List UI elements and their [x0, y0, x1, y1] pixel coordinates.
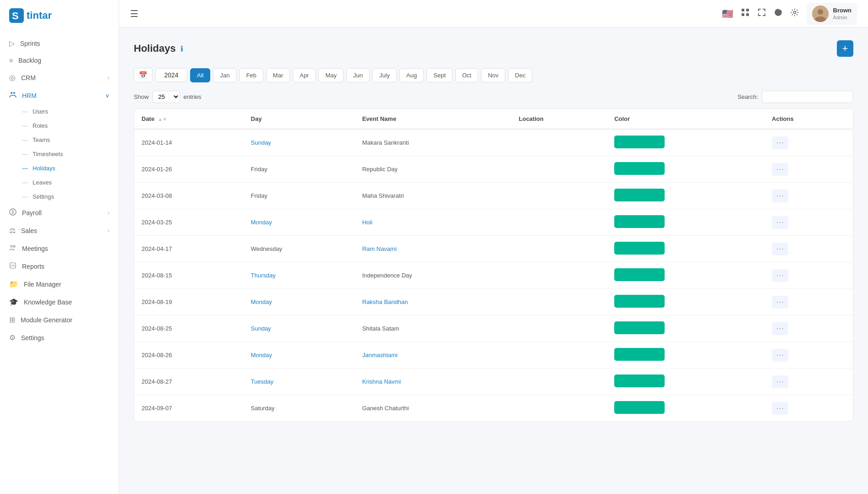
month-btn-dec[interactable]: Dec [508, 68, 532, 82]
row-actions-button[interactable]: ··· [772, 349, 788, 362]
table-body: 2024-01-14SundayMakara Sankranti···2024-… [134, 129, 853, 421]
sidebar-label-sales: Sales [21, 227, 108, 234]
row-actions-button[interactable]: ··· [772, 375, 788, 388]
cell-color [607, 209, 764, 236]
svg-text:S: S [12, 10, 19, 22]
sidebar-item-teams[interactable]: — Teams [0, 133, 119, 147]
sidebar-label-holidays: Holidays [33, 165, 55, 172]
sidebar-item-users[interactable]: — Users [0, 104, 119, 119]
sidebar-item-file-manager[interactable]: 📁 File Manager [0, 275, 119, 293]
roles-dash: — [22, 122, 28, 129]
sidebar-label-users: Users [33, 108, 48, 115]
svg-point-7 [13, 245, 15, 247]
col-event-name[interactable]: Event Name [355, 109, 512, 129]
month-btn-may[interactable]: May [318, 68, 344, 82]
sidebar-item-crm[interactable]: ◎ CRM › [0, 69, 119, 87]
row-actions-button[interactable]: ··· [772, 243, 788, 255]
sidebar-item-timesheets[interactable]: — Timesheets [0, 147, 119, 161]
table-row: 2024-08-25SundayShitala Satam··· [134, 315, 853, 342]
table-row: 2024-09-07SaturdayGanesh Chaturthi··· [134, 395, 853, 422]
sidebar-item-reports[interactable]: Reports [0, 257, 119, 275]
sidebar-item-leaves[interactable]: — Leaves [0, 175, 119, 190]
sidebar-item-holidays[interactable]: — Holidays [0, 161, 119, 175]
actions-col-label: Actions [772, 115, 794, 122]
month-btn-mar[interactable]: Mar [266, 68, 290, 82]
cell-event-name: Independence Day [355, 262, 512, 289]
hamburger-button[interactable]: ☰ [130, 8, 138, 19]
grid-icon[interactable] [741, 8, 750, 19]
cell-day: Friday [244, 183, 355, 209]
sidebar-item-hrm[interactable]: HRM ∨ [0, 87, 119, 104]
month-btn-jan[interactable]: Jan [213, 68, 236, 82]
sidebar-item-module-generator[interactable]: ⊞ Module Generator [0, 311, 119, 329]
svg-point-15 [818, 9, 823, 15]
row-actions-button[interactable]: ··· [772, 322, 788, 335]
entries-select[interactable]: 25 10 50 100 [153, 91, 180, 103]
sidebar-item-payroll[interactable]: $ Payroll › [0, 204, 119, 222]
avatar-image [812, 5, 829, 22]
settings-header-icon[interactable] [790, 8, 799, 19]
language-flag-icon[interactable]: 🇺🇸 [722, 8, 733, 19]
row-actions-button[interactable]: ··· [772, 136, 788, 149]
sidebar-item-backlog[interactable]: ≡ Backlog [0, 52, 119, 69]
user-profile-area[interactable]: Brown Admin [807, 3, 857, 25]
month-btn-sept[interactable]: Sept [426, 68, 453, 82]
color-badge [614, 242, 665, 255]
add-holiday-button[interactable]: + [837, 40, 853, 57]
month-btn-oct[interactable]: Oct [455, 68, 478, 82]
month-btn-apr[interactable]: Apr [293, 68, 316, 82]
knowledge-base-icon: 🎓 [9, 298, 18, 306]
user-avatar [812, 5, 829, 22]
sidebar-item-meetings[interactable]: Meetings [0, 239, 119, 257]
sidebar-label-backlog: Backlog [18, 57, 109, 64]
cell-actions: ··· [764, 156, 853, 183]
search-label: Search: [737, 93, 758, 100]
cell-event-name: Maha Shivaratri [355, 183, 512, 209]
color-badge [614, 295, 665, 308]
year-input[interactable] [155, 68, 187, 82]
sidebar-item-knowledge-base[interactable]: 🎓 Knowledge Base [0, 293, 119, 311]
cell-event-name: Raksha Bandhan [355, 289, 512, 315]
month-btn-july[interactable]: July [372, 68, 397, 82]
cell-day: Monday [244, 289, 355, 315]
month-btn-feb[interactable]: Feb [239, 68, 263, 82]
sidebar-item-sprints[interactable]: ▷ Sprints [0, 34, 119, 52]
row-actions-button[interactable]: ··· [772, 163, 788, 176]
sidebar-item-settings[interactable]: ⚙ Settings [0, 329, 119, 347]
hrm-settings-dash: — [22, 193, 28, 200]
col-date[interactable]: Date ▲▼ [134, 109, 244, 129]
col-color[interactable]: Color [607, 109, 764, 129]
table-row: 2024-08-19MondayRaksha Bandhan··· [134, 289, 853, 315]
row-actions-button[interactable]: ··· [772, 190, 788, 202]
month-btn-aug[interactable]: Aug [399, 68, 424, 82]
svg-rect-11 [742, 13, 744, 16]
sidebar-item-roles[interactable]: — Roles [0, 119, 119, 133]
row-actions-button[interactable]: ··· [772, 216, 788, 229]
month-btn-all[interactable]: All [190, 68, 210, 82]
payroll-expand-icon: › [108, 210, 109, 216]
col-location[interactable]: Location [512, 109, 607, 129]
date-col-label: Date [142, 115, 154, 122]
cell-actions: ··· [764, 342, 853, 369]
month-btn-nov[interactable]: Nov [481, 68, 505, 82]
sidebar-label-hrm: HRM [22, 92, 105, 99]
dark-mode-icon[interactable] [774, 8, 783, 19]
info-icon[interactable]: ℹ [180, 44, 183, 53]
table-header-row: Date ▲▼ Day Event Name Location [134, 109, 853, 129]
cell-event-name: Makara Sankranti [355, 129, 512, 156]
cell-location [512, 395, 607, 422]
sidebar-label-meetings: Meetings [22, 245, 109, 252]
search-input[interactable] [762, 91, 853, 103]
logo-area: S tintar [0, 0, 119, 34]
sidebar-label-roles: Roles [33, 122, 48, 129]
month-btn-jun[interactable]: Jun [346, 68, 370, 82]
calendar-picker-button[interactable]: 📅 [134, 68, 153, 82]
fullscreen-icon[interactable] [757, 8, 766, 19]
col-day[interactable]: Day [244, 109, 355, 129]
sidebar-item-hrm-settings[interactable]: — Settings [0, 190, 119, 204]
sidebar-item-sales[interactable]: ⚖ Sales › [0, 222, 119, 239]
row-actions-button[interactable]: ··· [772, 296, 788, 309]
row-actions-button[interactable]: ··· [772, 402, 788, 415]
color-badge [614, 348, 665, 361]
row-actions-button[interactable]: ··· [772, 269, 788, 282]
